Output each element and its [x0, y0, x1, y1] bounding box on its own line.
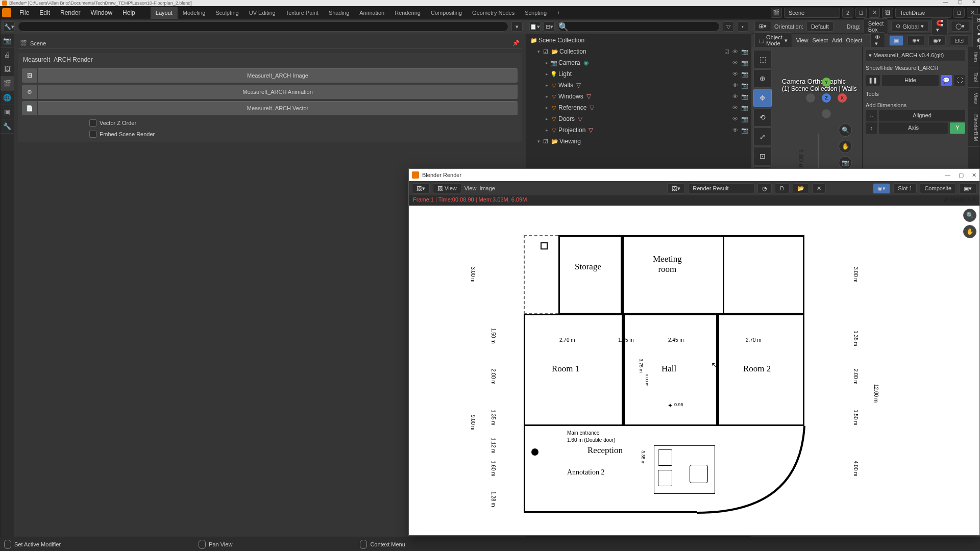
overlay-toggle[interactable]: ◉▾	[928, 35, 946, 46]
menu-help[interactable]: Help	[117, 7, 140, 18]
render-editor-icon[interactable]: 🖼▾	[412, 183, 430, 194]
render-img-browse[interactable]: 🖼▾	[667, 183, 685, 194]
tree-walls[interactable]: ▸ ▽Walls ▽ 👁📷	[527, 80, 750, 91]
tool-move[interactable]: ✥	[753, 89, 772, 107]
vp-add[interactable]: Add	[832, 37, 842, 43]
pan-icon[interactable]: ✋	[839, 140, 852, 153]
tab-compositing[interactable]: Compositing	[426, 7, 467, 19]
tree-doors[interactable]: ▸ ▽Doors ▽ 👁📷	[527, 113, 750, 124]
zoom-icon[interactable]: 🔍	[839, 123, 852, 137]
nav-gizmo[interactable]: Y Z X	[806, 78, 847, 118]
render-view-icon[interactable]: 🖼 View	[433, 183, 461, 193]
ptab-render[interactable]: 📷	[1, 34, 14, 48]
render-channels[interactable]: ▣▾	[959, 183, 976, 194]
tool-transform[interactable]: ⊡	[753, 147, 772, 165]
snap-toggle[interactable]: 🧲▾	[932, 18, 948, 35]
outliner-new-icon[interactable]: •	[737, 21, 748, 32]
layer-name-field[interactable]	[895, 8, 951, 18]
render-vector-button[interactable]: MeasureIt_ARCH Vector	[38, 101, 518, 115]
scene-name-field[interactable]	[784, 8, 840, 18]
outliner-display-icon[interactable]: ⊞▾	[544, 21, 555, 32]
image-render-icon[interactable]: 🖼	[22, 68, 37, 83]
xray-toggle[interactable]: ⊡⊡	[950, 35, 968, 46]
tab-rendering[interactable]: Rendering	[389, 7, 426, 19]
discord-icon[interactable]: 💬	[941, 75, 952, 86]
tab-sculpting[interactable]: Sculpting	[210, 7, 243, 19]
tab-shading[interactable]: Shading	[324, 7, 354, 19]
tab-layout[interactable]: Layout	[151, 7, 178, 19]
render-min-button[interactable]: —	[945, 172, 950, 179]
expand-icon[interactable]: ⛶	[954, 75, 965, 86]
render-pan-icon[interactable]: ✋	[963, 225, 976, 238]
outliner-editor-icon[interactable]: 📋▾	[529, 21, 541, 32]
ptab-scene[interactable]: 🎬	[1, 77, 14, 91]
props-filter-icon[interactable]: ▾	[511, 21, 523, 32]
blender-icon[interactable]	[2, 8, 11, 17]
render-max-button[interactable]: ▢	[959, 172, 964, 179]
axis-type-icon[interactable]: ↕	[866, 122, 877, 134]
render-image-button[interactable]: MeasureIt_ARCH Image	[38, 68, 518, 83]
tree-collection[interactable]: ▾ ☑📂Collection ☑👁📷	[527, 46, 750, 57]
tree-projection[interactable]: ▸ ▽Projection ▽ 👁📷	[527, 124, 750, 136]
render-layer-composite[interactable]: Composite	[920, 183, 956, 193]
scene-del-icon[interactable]: ✕	[869, 8, 880, 18]
gizmo-z[interactable]: Z	[822, 93, 831, 103]
tree-camera[interactable]: ▸ 📷Camera ◉ 👁📷	[527, 57, 750, 68]
axis-y[interactable]: Y	[950, 122, 965, 134]
tab-uv[interactable]: UV Editing	[244, 7, 281, 19]
ntab-blenderbim[interactable]: BlenderBIM	[968, 109, 979, 146]
ptab-object[interactable]: ▣	[1, 105, 14, 119]
render-zoom-icon[interactable]: 🔍	[963, 209, 976, 222]
render-color-icon[interactable]: ◉▾	[873, 183, 890, 194]
props-search[interactable]	[18, 21, 508, 32]
tree-viewing[interactable]: ▾ ☑📂Viewing	[527, 136, 750, 147]
tool-rotate[interactable]: ⟲	[753, 108, 772, 127]
tab-modeling[interactable]: Modeling	[178, 7, 211, 19]
vp-view[interactable]: View	[796, 37, 808, 43]
orientation-select[interactable]: Default	[806, 21, 834, 32]
menu-file[interactable]: File	[14, 7, 34, 18]
render-slot[interactable]: Slot 1	[893, 183, 917, 193]
pause-button[interactable]: ❚❚	[866, 75, 880, 86]
tool-scale[interactable]: ⤢	[753, 128, 772, 146]
scene-browse-icon[interactable]: 🎬	[771, 8, 782, 18]
render-del-icon[interactable]: ✕	[812, 183, 826, 194]
measureit-panel-header[interactable]: ▾ MeasureIt_ARCH v0.4.6(git)	[866, 50, 965, 61]
ntab-view[interactable]: View	[968, 88, 979, 110]
transform-orientation[interactable]: ⊙ Global ▾	[891, 21, 928, 32]
tab-texture[interactable]: Texture Paint	[281, 7, 324, 19]
render-anim-button[interactable]: MeasureIt_ARCH Animation	[38, 85, 518, 99]
outliner-filter-icon[interactable]: ▽	[723, 21, 734, 32]
tree-reference[interactable]: ▸ ▽Reference ▽ 👁📷	[527, 102, 750, 113]
ptab-viewlayer[interactable]: 🖼	[1, 62, 14, 77]
render-view2[interactable]: View	[464, 185, 477, 191]
gizmo-toggle[interactable]: ⊕▾	[908, 35, 924, 46]
minimize-button[interactable]: —	[941, 0, 949, 7]
ntab-item[interactable]: Item	[968, 47, 979, 67]
render-canvas[interactable]: 🔍 ✋ Storage Meeting room Room 1 Hall Roo…	[409, 206, 979, 535]
render-close-button[interactable]: ✕	[972, 172, 976, 179]
render-window[interactable]: Blender Render — ▢ ✕ 🖼▾ 🖼 View View Imag…	[408, 168, 980, 536]
gizmo-x[interactable]: X	[838, 93, 847, 103]
menu-edit[interactable]: Edit	[34, 7, 55, 18]
proportional-edit[interactable]: ◯▾	[951, 21, 969, 32]
render-new-icon[interactable]: 🗋	[775, 183, 790, 193]
ptab-output[interactable]: 🖨	[1, 48, 14, 62]
tab-geometry[interactable]: Geometry Nodes	[467, 7, 520, 19]
embed-scene-checkbox[interactable]	[89, 131, 96, 138]
ntab-tool[interactable]: Tool	[968, 67, 979, 87]
tree-scene-collection[interactable]: 📁Scene Collection	[527, 35, 750, 46]
camera-icon[interactable]: 📷	[839, 156, 852, 169]
gizmo-neg[interactable]	[806, 93, 815, 103]
outliner-search[interactable]: 🔍	[558, 21, 720, 32]
gizmo-neg2[interactable]	[822, 109, 831, 118]
tool-cursor[interactable]: ⊕	[753, 69, 772, 88]
render-result-field[interactable]: Render Result	[688, 183, 754, 193]
measureit-render-header[interactable]: MeasureIt_ARCH Render	[18, 53, 522, 66]
select-toggle[interactable]: ▣	[889, 35, 903, 46]
aligned-button[interactable]: Aligned	[879, 110, 965, 121]
maximize-button[interactable]: ▢	[955, 0, 964, 7]
scene-new-icon[interactable]: 🗋	[855, 8, 867, 18]
layer-new-icon[interactable]: 🗋	[953, 8, 965, 18]
visibility-toggles[interactable]: 👁▾	[870, 32, 885, 49]
